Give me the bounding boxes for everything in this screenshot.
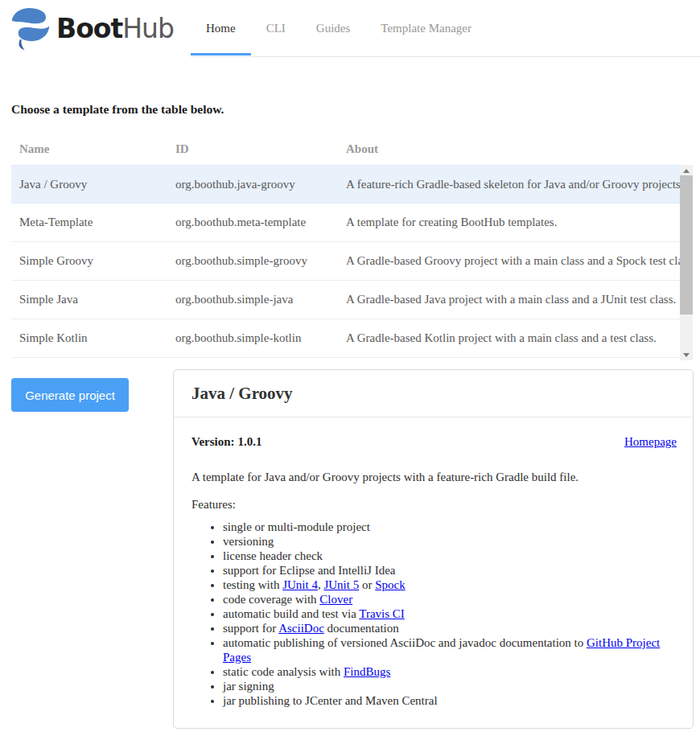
feature-link[interactable]: Travis CI bbox=[359, 607, 405, 620]
feature-item: automatic build and test via Travis CI bbox=[223, 606, 677, 621]
table-row-simple-kotlin[interactable]: Simple Kotlin org.boothub.simple-kotlin … bbox=[11, 319, 680, 358]
version-text: Version: 1.0.1 bbox=[191, 435, 261, 449]
feature-text: jar signing bbox=[223, 680, 274, 693]
table-scroll-zone: Java / Groovy org.boothub.java-groovy A … bbox=[11, 165, 693, 360]
main-nav: Home CLI Guides Template Manager bbox=[191, 0, 700, 57]
feature-item: static code analysis with FindBugs bbox=[223, 664, 677, 679]
table-row-java-groovy[interactable]: Java / Groovy org.boothub.java-groovy A … bbox=[11, 165, 680, 204]
cell-id: org.boothub.meta-template bbox=[167, 216, 338, 229]
feature-link[interactable]: JUnit 4 bbox=[282, 578, 318, 591]
brand-name-light: Hub bbox=[122, 13, 174, 44]
panel-title: Java / Groovy bbox=[174, 370, 693, 417]
template-table: Name ID About Java / Groovy org.boothub.… bbox=[11, 133, 693, 360]
table-header-row: Name ID About bbox=[11, 133, 693, 165]
feature-text: automatic build and test via bbox=[223, 607, 359, 620]
feature-text: versioning bbox=[223, 535, 274, 548]
cell-id: org.boothub.simple-kotlin bbox=[167, 331, 338, 345]
feature-item: support for Eclipse and IntelliJ Idea bbox=[223, 563, 677, 578]
cell-id: org.boothub.simple-groovy bbox=[167, 254, 338, 268]
brand-name: BootHub bbox=[56, 13, 174, 44]
table-row-simple-java[interactable]: Simple Java org.boothub.simple-java A Gr… bbox=[11, 281, 680, 319]
feature-text: support for bbox=[223, 622, 278, 635]
cell-about: A Gradle-based Java project with a main … bbox=[338, 293, 680, 306]
feature-item: testing with JUnit 4, JUnit 5 or Spock bbox=[223, 578, 677, 592]
template-description: A template for Java and/or Groovy projec… bbox=[191, 471, 677, 484]
cell-name: Simple Kotlin bbox=[11, 331, 167, 345]
feature-item: jar signing bbox=[223, 679, 677, 693]
feature-item: jar publishing to JCenter and Maven Cent… bbox=[223, 693, 677, 708]
feature-text: support for Eclipse and IntelliJ Idea bbox=[223, 564, 396, 577]
panel-body: Version: 1.0.1 Homepage A template for J… bbox=[174, 417, 693, 722]
nav-item-home[interactable]: Home bbox=[191, 0, 251, 56]
scrollbar-thumb[interactable] bbox=[680, 175, 693, 314]
version-row: Version: 1.0.1 Homepage bbox=[191, 435, 677, 449]
feature-item: automatic publishing of versioned AsciiD… bbox=[223, 635, 677, 664]
feature-item: support for AsciiDoc documentation bbox=[223, 621, 677, 635]
table-row-simple-groovy[interactable]: Simple Groovy org.boothub.simple-groovy … bbox=[11, 242, 680, 281]
feature-item: code coverage with Clover bbox=[223, 592, 677, 606]
homepage-link[interactable]: Homepage bbox=[624, 435, 677, 449]
nav-item-template-manager[interactable]: Template Manager bbox=[365, 0, 487, 56]
cell-name: Meta-Template bbox=[11, 216, 167, 229]
cell-id: org.boothub.java-groovy bbox=[167, 178, 338, 191]
table-scrollbar[interactable] bbox=[680, 165, 693, 360]
feature-item: license header check bbox=[223, 549, 677, 563]
feature-link[interactable]: FindBugs bbox=[344, 665, 390, 678]
feature-link[interactable]: JUnit 5 bbox=[323, 578, 359, 591]
feature-text: testing with bbox=[223, 578, 282, 591]
feature-text: documentation bbox=[324, 622, 399, 635]
feature-item: versioning bbox=[223, 534, 677, 549]
cell-name: Java / Groovy bbox=[11, 178, 167, 191]
feature-text: license header check bbox=[223, 549, 323, 562]
cell-name: Simple Java bbox=[11, 293, 167, 306]
nav-item-guides[interactable]: Guides bbox=[301, 0, 366, 56]
cell-about: A template for creating BootHub template… bbox=[338, 216, 680, 229]
cell-about: A feature-rich Gradle-based skeleton for… bbox=[338, 178, 680, 191]
brand-name-bold: Boot bbox=[56, 13, 122, 44]
column-header-id: ID bbox=[167, 142, 338, 156]
column-header-name: Name bbox=[11, 142, 167, 156]
feature-link[interactable]: AsciiDoc bbox=[278, 622, 324, 635]
cell-about: A Gradle-based Groovy project with a mai… bbox=[338, 254, 680, 268]
boothub-logo[interactable]: BootHub bbox=[8, 5, 174, 51]
feature-link[interactable]: Spock bbox=[375, 578, 406, 591]
app-header: BootHub Home CLI Guides Template Manager bbox=[0, 0, 700, 57]
table-rows: Java / Groovy org.boothub.java-groovy A … bbox=[11, 165, 680, 360]
feature-text: or bbox=[359, 578, 375, 591]
cell-name: Simple Groovy bbox=[11, 254, 167, 268]
page-heading: Choose a template from the table below. bbox=[11, 102, 224, 117]
generate-project-button[interactable]: Generate project bbox=[11, 378, 129, 412]
version-value: 1.0.1 bbox=[237, 435, 261, 448]
nav-item-cli[interactable]: CLI bbox=[251, 0, 301, 56]
column-header-about: About bbox=[338, 142, 693, 156]
template-detail-panel: Java / Groovy Version: 1.0.1 Homepage A … bbox=[173, 369, 694, 729]
feature-text: single or multi-module project bbox=[223, 520, 370, 533]
feature-link[interactable]: Clover bbox=[319, 593, 352, 606]
feature-text: automatic publishing of versioned AsciiD… bbox=[223, 636, 587, 649]
boothub-logo-icon bbox=[8, 5, 53, 51]
feature-text: jar publishing to JCenter and Maven Cent… bbox=[223, 694, 438, 707]
feature-text: code coverage with bbox=[223, 593, 319, 606]
features-label: Features: bbox=[191, 498, 677, 512]
cell-about: A Gradle-based Kotlin project with a mai… bbox=[338, 331, 680, 345]
scroll-down-icon[interactable] bbox=[680, 349, 693, 360]
table-row-meta-template[interactable]: Meta-Template org.boothub.meta-template … bbox=[11, 204, 680, 242]
features-list: single or multi-module projectversioning… bbox=[191, 520, 677, 708]
scroll-up-icon[interactable] bbox=[680, 165, 693, 176]
feature-item: single or multi-module project bbox=[223, 520, 677, 534]
cell-id: org.boothub.simple-java bbox=[167, 293, 338, 306]
feature-text: static code analysis with bbox=[223, 665, 344, 678]
